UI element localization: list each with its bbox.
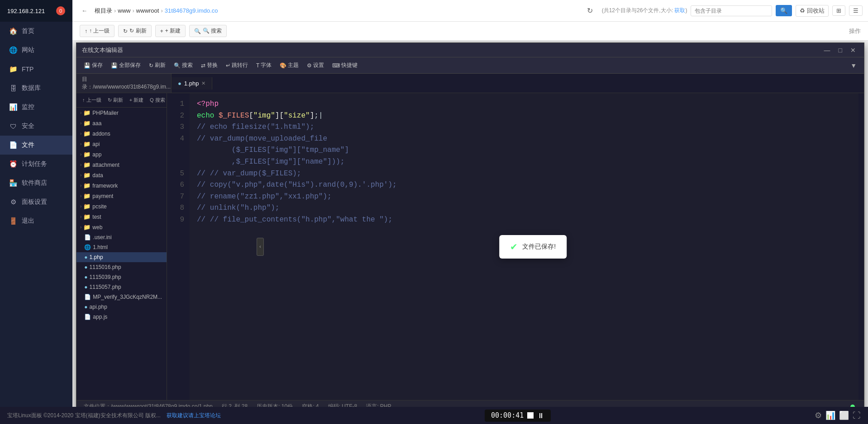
tree-item-1115039[interactable]: › ● 1115039.php bbox=[76, 272, 167, 282]
close-button[interactable]: ✕ bbox=[848, 46, 858, 55]
sidebar-item-database[interactable]: 🗄 数据库 bbox=[0, 79, 72, 98]
pause-button[interactable]: ⏸ bbox=[537, 411, 544, 420]
tree-item-mp-verify[interactable]: › 📄 MP_verify_3JGcKqzNR2M... bbox=[76, 292, 167, 302]
tree-item-addons[interactable]: › 📁 addons bbox=[76, 128, 167, 139]
expand-bottom-icon[interactable]: ⛶ bbox=[853, 411, 861, 420]
tree-item-1php[interactable]: › ● 1.php bbox=[76, 252, 167, 262]
expand-button[interactable]: ▼ bbox=[847, 60, 860, 71]
tree-item-pcsite[interactable]: › 📁 pcsite bbox=[76, 201, 167, 212]
sidebar-item-label-scheduled: 计划任务 bbox=[22, 160, 47, 168]
new-button[interactable]: + + 新建 bbox=[155, 25, 186, 37]
action-column-header: 操作 bbox=[849, 27, 861, 35]
recycle-bin-button[interactable]: ♻ 回收站 bbox=[796, 5, 829, 17]
tree-item-test[interactable]: › 📁 test bbox=[76, 212, 167, 222]
get-size-link[interactable]: 获取 bbox=[674, 7, 685, 14]
font-button[interactable]: T 字体 bbox=[253, 60, 275, 71]
theme-button[interactable]: 🎨 主题 bbox=[276, 60, 302, 71]
file-icon-mp: 📄 bbox=[84, 294, 91, 300]
refresh-icon: ↻ bbox=[123, 28, 128, 34]
collapse-tree-button[interactable]: ‹ bbox=[257, 238, 264, 256]
sidebar-item-files[interactable]: 📄 文件 bbox=[0, 136, 72, 155]
folder-icon: 📁 bbox=[83, 224, 91, 231]
tree-item-1html[interactable]: › 🌐 1.html bbox=[76, 242, 167, 252]
tree-item-api-php[interactable]: › ● api.php bbox=[76, 302, 167, 312]
shortcuts-button[interactable]: ⌨ 快捷键 bbox=[329, 60, 361, 71]
tree-up-button[interactable]: ↑ 上一级 bbox=[80, 96, 104, 104]
breadcrumb-wwwroot[interactable]: wwwroot bbox=[136, 7, 159, 14]
tab-1php[interactable]: ● 1.php ✕ bbox=[172, 77, 212, 90]
goto-button[interactable]: ↵ 跳转行 bbox=[222, 60, 252, 71]
tree-new-button[interactable]: + 新建 bbox=[127, 96, 146, 104]
tree-item-1115016[interactable]: › ● 1115016.php bbox=[76, 262, 167, 272]
fm-search-button[interactable]: 🔍 🔍 搜索 bbox=[189, 25, 227, 37]
editor-controls: — □ ✕ bbox=[821, 46, 858, 55]
sidebar-item-home[interactable]: 🏠 首页 bbox=[0, 22, 72, 41]
timer-display: 00:00:41 ⏸ bbox=[485, 410, 551, 422]
settings-bottom-icon[interactable]: ⚙ bbox=[815, 410, 822, 420]
tree-item-phpmailer[interactable]: › 📁 PHPMailer bbox=[76, 108, 167, 118]
sidebar-item-scheduled[interactable]: ⏰ 计划任务 bbox=[0, 155, 72, 174]
sidebar-item-label-security: 安全 bbox=[22, 122, 34, 130]
tree-item-aaa[interactable]: › 📁 aaa bbox=[76, 118, 167, 128]
bottom-panel: 宝塔Linux面板 ©2014-2020 宝塔(福建)安全技术有限公司 版权..… bbox=[0, 407, 868, 424]
stop-button[interactable] bbox=[527, 412, 534, 419]
search-input[interactable] bbox=[691, 5, 772, 16]
save-icon: 💾 bbox=[84, 62, 91, 69]
replace-button[interactable]: ⇄ 替换 bbox=[197, 60, 221, 71]
grid-view-button[interactable]: ⊞ bbox=[832, 5, 845, 16]
tree-refresh-button[interactable]: ↻ 刷新 bbox=[105, 96, 125, 104]
database-icon: 🗄 bbox=[9, 84, 17, 92]
sidebar-header: 192.168.2.121 0 bbox=[0, 0, 72, 22]
tree-item-app-js[interactable]: › 📄 app.js bbox=[76, 312, 167, 322]
folder-icon: 📁 bbox=[83, 193, 91, 199]
sidebar-item-settings[interactable]: ⚙ 面板设置 bbox=[0, 193, 72, 212]
editor-title: 在线文本编辑器 bbox=[82, 46, 821, 54]
sidebar-item-label-settings: 面板设置 bbox=[22, 198, 47, 206]
site-icon: 🌐 bbox=[9, 46, 17, 54]
window-bottom-icon[interactable]: ⬜ bbox=[839, 410, 849, 420]
topbar-refresh-button[interactable]: ↻ bbox=[585, 5, 595, 17]
sidebar-item-ftp[interactable]: 📁 FTP bbox=[0, 60, 72, 79]
search-editor-button[interactable]: 🔍 搜索 bbox=[170, 60, 196, 71]
tree-actions: ↑ 上一级 ↻ 刷新 + 新建 Q 搜索 bbox=[76, 93, 167, 108]
forum-link[interactable]: 获取建议请上宝塔论坛 bbox=[167, 412, 221, 419]
php-file-icon: ● bbox=[178, 80, 181, 87]
notification-badge: 0 bbox=[56, 6, 65, 15]
sidebar-item-monitor[interactable]: 📊 监控 bbox=[0, 98, 72, 117]
maximize-button[interactable]: □ bbox=[836, 46, 845, 55]
save-button[interactable]: 💾 保存 bbox=[80, 60, 106, 71]
tab-close-button[interactable]: ✕ bbox=[201, 80, 205, 86]
tree-item-attachment[interactable]: › 📁 attachment bbox=[76, 160, 167, 170]
sidebar: 192.168.2.121 0 🏠 首页 🌐 网站 📁 FTP 🗄 数据库 📊 … bbox=[0, 0, 72, 424]
tree-item-api[interactable]: › 📁 api bbox=[76, 139, 167, 149]
editor-scrollbar[interactable] bbox=[858, 93, 864, 400]
breadcrumb-www[interactable]: www bbox=[118, 7, 130, 14]
search-editor-icon: 🔍 bbox=[174, 62, 181, 69]
code-area[interactable]: 1 2 3 4 5 6 7 8 9 <?php echo $_FILES["im… bbox=[167, 93, 858, 400]
breadcrumb-current[interactable]: 31t84678g9.imdo.co bbox=[165, 7, 218, 14]
tree-item-user-ini[interactable]: › 📄 .user.ini bbox=[76, 232, 167, 242]
up-level-button[interactable]: ↑ ↑ 上一级 bbox=[80, 25, 114, 37]
sidebar-item-security[interactable]: 🛡 安全 bbox=[0, 117, 72, 136]
refresh-editor-button[interactable]: ↻ 刷新 bbox=[145, 60, 169, 71]
editor-settings-button[interactable]: ⚙ 设置 bbox=[303, 60, 328, 71]
sidebar-item-appstore[interactable]: 🏪 软件商店 bbox=[0, 174, 72, 193]
tree-item-framework[interactable]: › 📁 framework bbox=[76, 180, 167, 191]
tree-item-payment[interactable]: › 📁 payment bbox=[76, 191, 167, 201]
search-button[interactable]: 🔍 bbox=[776, 5, 792, 16]
sidebar-item-logout[interactable]: 🚪 退出 bbox=[0, 212, 72, 231]
tree-item-data[interactable]: › 📁 data bbox=[76, 170, 167, 180]
back-button[interactable]: ← bbox=[78, 5, 91, 16]
refresh-button[interactable]: ↻ ↻ 刷新 bbox=[118, 25, 151, 37]
save-all-button[interactable]: 💾 全部保存 bbox=[107, 60, 144, 71]
list-view-button[interactable]: ☰ bbox=[849, 5, 863, 16]
tree-item-app[interactable]: › 📁 app bbox=[76, 149, 167, 160]
breadcrumb-root[interactable]: 根目录 bbox=[95, 7, 112, 15]
tree-search-button[interactable]: Q 搜索 bbox=[148, 96, 167, 104]
monitor-bottom-icon[interactable]: 📊 bbox=[825, 410, 835, 420]
minimize-button[interactable]: — bbox=[821, 46, 833, 55]
tree-item-1115057[interactable]: › ● 1115057.php bbox=[76, 282, 167, 292]
sidebar-item-site[interactable]: 🌐 网站 bbox=[0, 41, 72, 60]
tree-item-web[interactable]: › 📁 web bbox=[76, 222, 167, 232]
scheduled-icon: ⏰ bbox=[9, 160, 17, 168]
